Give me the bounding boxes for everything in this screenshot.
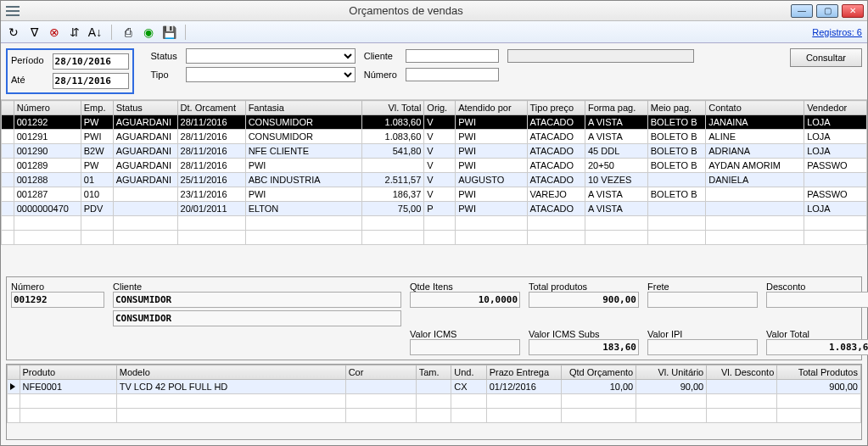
status-select[interactable] bbox=[186, 48, 356, 64]
periodo-from-input[interactable] bbox=[53, 53, 129, 70]
grid-horizontal-scrollbar[interactable] bbox=[1, 259, 867, 273]
refresh-icon[interactable]: ↻ bbox=[6, 25, 21, 40]
det-icms-label: Valor ICMS bbox=[410, 329, 520, 339]
numero-label: Número bbox=[364, 70, 397, 80]
det-icmssubs bbox=[529, 339, 639, 355]
table-row[interactable]: 001291PWIAGUARDANI28/11/2016CONSUMIDOR1.… bbox=[2, 130, 867, 144]
table-row[interactable]: 001289PWAGUARDANI28/11/2016PWIVPWIATACAD… bbox=[2, 159, 867, 173]
menu-icon[interactable] bbox=[4, 4, 21, 18]
close-button[interactable]: ✕ bbox=[842, 4, 864, 18]
col-header[interactable]: Orig. bbox=[424, 101, 456, 115]
det-totprod bbox=[529, 292, 639, 308]
col-header[interactable]: Número bbox=[14, 101, 81, 115]
cliente-label: Cliente bbox=[364, 51, 397, 61]
ate-label: Até bbox=[11, 73, 44, 89]
row-pointer-icon bbox=[10, 383, 15, 390]
col-header[interactable]: Emp. bbox=[81, 101, 113, 115]
det-ipi bbox=[647, 339, 758, 355]
det-total bbox=[766, 339, 868, 355]
table-row[interactable]: 001290B2WAGUARDANI28/11/2016NFE CLIENTE5… bbox=[2, 144, 867, 159]
det-icms bbox=[410, 339, 520, 355]
periodo-to-input[interactable] bbox=[53, 73, 129, 89]
main-grid[interactable]: NúmeroEmp.StatusDt. OrcamentFantasiaVl. … bbox=[1, 100, 867, 259]
col-header[interactable]: Vl. Total bbox=[361, 101, 424, 115]
col-header[interactable]: Atendido por bbox=[456, 101, 527, 115]
det-total-label: Valor Total bbox=[766, 329, 868, 339]
det-qtde bbox=[410, 292, 520, 308]
save-icon[interactable]: 💾 bbox=[161, 25, 176, 40]
col-header[interactable]: Fantasia bbox=[245, 101, 361, 115]
col-header[interactable]: Status bbox=[113, 101, 177, 115]
col-header[interactable]: Meio pag. bbox=[647, 101, 705, 115]
cliente-input[interactable] bbox=[406, 49, 499, 63]
tipo-select[interactable] bbox=[186, 67, 356, 82]
col-header[interactable]: Forma pag. bbox=[585, 101, 648, 115]
col-header[interactable]: Cor bbox=[345, 365, 416, 380]
cliente-name-display bbox=[507, 49, 694, 63]
table-row[interactable]: NFE0001TV LCD 42 POL FULL HDCX01/12/2016… bbox=[8, 380, 861, 394]
det-cliente1 bbox=[113, 292, 401, 308]
col-header[interactable]: Und. bbox=[451, 365, 487, 380]
det-qtde-label: Qtde Itens bbox=[410, 282, 520, 292]
det-frete bbox=[647, 292, 758, 308]
maximize-button[interactable]: ▢ bbox=[816, 4, 838, 18]
det-desconto-label: Desconto bbox=[766, 282, 868, 292]
print-icon[interactable]: ⎙ bbox=[120, 25, 136, 40]
col-header[interactable]: Contato bbox=[706, 101, 804, 115]
product-grid[interactable]: ProdutoModeloCorTam.Und.Prazo EntregaQtd… bbox=[6, 364, 862, 440]
window-title: Orçamentos de vendas bbox=[21, 4, 791, 17]
filter-clear-icon[interactable]: ⊗ bbox=[47, 25, 62, 40]
sort-az-icon[interactable]: A↓ bbox=[87, 25, 103, 40]
col-header[interactable]: Vl. Unitário bbox=[636, 365, 707, 380]
tipo-label: Tipo bbox=[151, 70, 177, 80]
table-row[interactable]: 00128801AGUARDANI25/11/2016ABC INDUSTRIA… bbox=[2, 173, 867, 187]
det-numero-label: Número bbox=[11, 282, 104, 292]
consultar-button[interactable]: Consultar bbox=[790, 48, 862, 67]
col-header[interactable]: Produto bbox=[20, 365, 116, 380]
table-row[interactable]: 0000000470PDV20/01/2011ELTON75,00PPWIATA… bbox=[2, 202, 867, 216]
col-header[interactable]: Vendedor bbox=[804, 101, 867, 115]
table-row[interactable]: 00128701023/11/2016PWI186,37VPWIVAREJOA … bbox=[2, 187, 867, 202]
col-header[interactable]: Vl. Desconto bbox=[707, 365, 777, 380]
col-header[interactable]: Tam. bbox=[416, 365, 451, 380]
numero-input[interactable] bbox=[406, 68, 499, 81]
col-header[interactable]: Modelo bbox=[116, 365, 345, 380]
sort-icon[interactable]: ⇵ bbox=[67, 25, 82, 40]
filter-icon[interactable]: ∇ bbox=[26, 25, 42, 40]
record-count-link[interactable]: Registros: 6 bbox=[812, 27, 862, 37]
row-pointer-icon bbox=[4, 119, 9, 125]
det-numero bbox=[11, 292, 104, 308]
det-ipi-label: Valor IPI bbox=[647, 329, 758, 339]
period-box: Período Até bbox=[6, 48, 134, 94]
det-icmssubs-label: Valor ICMS Subs bbox=[529, 329, 639, 339]
det-frete-label: Frete bbox=[647, 282, 758, 292]
details-panel: Número Cliente Qtde Itens Total produtos… bbox=[6, 276, 862, 360]
table-row[interactable]: 001292PWAGUARDANI28/11/2016CONSUMIDOR1.0… bbox=[2, 115, 867, 130]
col-header[interactable]: Tipo preço bbox=[527, 101, 585, 115]
det-desconto bbox=[766, 292, 868, 308]
col-header[interactable]: Dt. Orcament bbox=[177, 101, 245, 115]
view-icon[interactable]: ◉ bbox=[141, 25, 156, 40]
col-header[interactable] bbox=[2, 101, 14, 115]
det-totprod-label: Total produtos bbox=[529, 282, 639, 292]
col-header[interactable] bbox=[8, 365, 20, 380]
col-header[interactable]: Qtd Orçamento bbox=[561, 365, 636, 380]
minimize-button[interactable]: — bbox=[791, 4, 813, 18]
status-label: Status bbox=[151, 51, 177, 61]
col-header[interactable]: Prazo Entrega bbox=[486, 365, 561, 380]
det-cliente2 bbox=[113, 310, 401, 326]
col-header[interactable]: Total Produtos bbox=[777, 365, 861, 380]
periodo-label: Período bbox=[11, 53, 44, 70]
det-cliente-label: Cliente bbox=[113, 282, 401, 292]
